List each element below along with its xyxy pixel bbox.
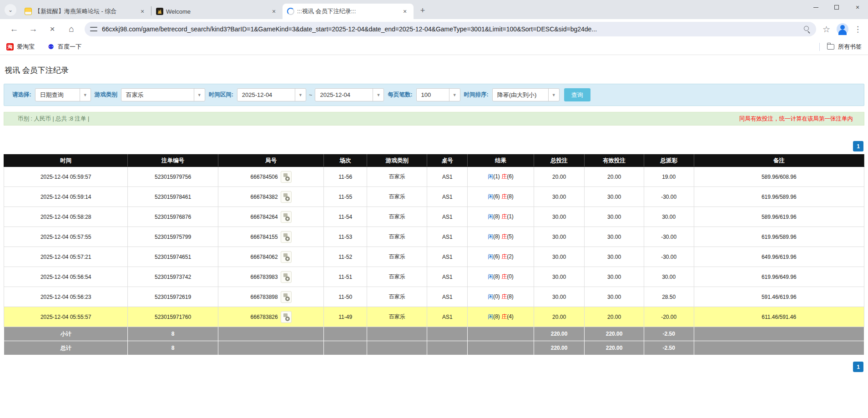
cell-time: 2025-12-04 05:57:21: [4, 247, 128, 267]
game-type-select[interactable]: 百家乐 ▼: [121, 88, 205, 101]
forward-icon[interactable]: →: [25, 21, 41, 37]
column-header: 时间: [4, 155, 128, 167]
tab-bet-record-active[interactable]: :::视讯 会员下注纪录::: ×: [283, 4, 414, 19]
summary-empty-cell: [218, 341, 324, 355]
summary-valid-bet: 220.00: [585, 327, 644, 341]
home-icon[interactable]: ⌂: [64, 21, 79, 37]
summary-total-bet: 220.00: [534, 327, 585, 341]
round-number: 666784506: [251, 174, 278, 180]
tab-welcome[interactable]: Welcome ×: [151, 4, 283, 19]
bookmark-star-icon[interactable]: ☆: [823, 24, 830, 35]
back-icon[interactable]: ←: [6, 21, 22, 37]
cell-time: 2025-12-04 05:59:14: [4, 187, 128, 207]
cell-bet-id: 523015974651: [128, 247, 218, 267]
result-banker-label: 庄: [501, 213, 507, 220]
bookmark-label: 百度一下: [58, 43, 81, 51]
tab-title: :::视讯 会员下注纪录:::: [297, 7, 398, 15]
cell-table-no: AS1: [427, 207, 468, 227]
cell-remark: 619.96/649.96: [694, 267, 864, 287]
minimize-button[interactable]: [805, 0, 826, 15]
round-number: 666784382: [251, 194, 278, 200]
cell-result: 闲(8) 庄(1): [468, 207, 534, 227]
tab-close-icon[interactable]: ×: [138, 7, 146, 15]
game-type-label: 游戏类别: [95, 91, 117, 99]
zoom-icon[interactable]: [803, 25, 811, 33]
chevron-down-icon[interactable]: ▼: [194, 89, 205, 101]
cell-valid-bet: 30.00: [585, 287, 644, 307]
sort-label: 时间排序:: [464, 91, 489, 99]
pagination-bottom: 1: [4, 362, 863, 372]
result-player-label: 闲: [488, 293, 493, 300]
replay-video-icon[interactable]: [281, 191, 292, 203]
summary-empty-cell: [367, 341, 427, 355]
bookmark-aitaobao[interactable]: 淘 爱淘宝: [6, 43, 35, 51]
tab-search-button[interactable]: ⌄: [5, 4, 16, 16]
cell-session: 11-51: [324, 267, 367, 287]
page-number-button[interactable]: 1: [853, 362, 863, 372]
date-start-input[interactable]: 2025-12-04 ▼: [237, 88, 306, 101]
replay-video-icon[interactable]: [281, 171, 292, 183]
bet-row: 2025-12-04 05:56:54523015973742666783983…: [4, 267, 864, 287]
result-player-label: 闲: [488, 193, 493, 200]
column-header: 游戏类别: [367, 155, 427, 167]
tab-close-icon[interactable]: ×: [401, 7, 409, 15]
sort-select[interactable]: 降幂(由大到小) ▼: [492, 88, 560, 101]
cell-session: 11-49: [324, 307, 367, 327]
replay-video-icon[interactable]: [281, 271, 292, 283]
bookmark-baidu[interactable]: ⚉ 百度一下: [47, 43, 81, 51]
stop-loading-icon[interactable]: ×: [45, 21, 60, 37]
replay-video-icon[interactable]: [281, 211, 292, 223]
search-button[interactable]: 查询: [564, 88, 590, 101]
valid-bet-note: 同局有效投注，统一计算在该局第一张注单内: [739, 115, 858, 123]
cell-table-no: AS1: [427, 167, 468, 187]
tab-forum[interactable]: 【新提醒】海燕策略论坛 - 综合 ×: [20, 4, 151, 19]
site-info-icon[interactable]: [90, 26, 97, 32]
cell-bet-id: 523015976876: [128, 207, 218, 227]
address-bar[interactable]: 66cxkj98.com/game/betrecord_search/kind3…: [85, 22, 816, 36]
cell-total-bet: 20.00: [534, 167, 585, 187]
result-player-label: 闲: [488, 273, 493, 280]
chevron-down-icon[interactable]: ▼: [548, 89, 559, 101]
cell-session: 11-52: [324, 247, 367, 267]
summary-label: 总计: [4, 341, 128, 355]
replay-video-icon[interactable]: [281, 311, 292, 323]
query-mode-select[interactable]: 日期查询 ▼: [35, 88, 91, 101]
chevron-down-icon[interactable]: ▼: [295, 89, 306, 101]
cell-total-bet: 20.00: [534, 307, 585, 327]
cell-valid-bet: 30.00: [585, 207, 644, 227]
date-end-input[interactable]: 2025-12-04 ▼: [315, 88, 384, 101]
replay-video-icon[interactable]: [281, 251, 292, 263]
tab-title: Welcome: [166, 8, 267, 15]
replay-video-icon[interactable]: [281, 291, 292, 303]
close-window-button[interactable]: ×: [847, 0, 868, 15]
replay-video-icon[interactable]: [281, 231, 292, 243]
new-tab-button[interactable]: +: [416, 4, 429, 17]
page-number-button[interactable]: 1: [853, 141, 863, 151]
cell-game-type: 百家乐: [367, 207, 427, 227]
chevron-down-icon[interactable]: ▼: [80, 89, 91, 101]
url-text[interactable]: 66cxkj98.com/game/betrecord_search/kind3…: [102, 25, 800, 33]
column-header: 有效投注: [585, 155, 644, 167]
cell-valid-bet: 20.00: [585, 167, 644, 187]
cell-result: 闲(6) 庄(8): [468, 187, 534, 207]
cell-total-bet: 30.00: [534, 207, 585, 227]
cell-bet-id: 523015978461: [128, 187, 218, 207]
maximize-button[interactable]: [826, 0, 847, 15]
round-number: 666784062: [251, 254, 278, 260]
cell-remark: 619.96/589.96: [694, 227, 864, 247]
chevron-down-icon[interactable]: ▼: [449, 89, 460, 101]
browser-toolbar: ← → × ⌂ 66cxkj98.com/game/betrecord_sear…: [0, 19, 868, 39]
tab-close-icon[interactable]: ×: [270, 7, 278, 15]
per-page-select[interactable]: 100 ▼: [416, 88, 460, 101]
menu-dots-icon[interactable]: ⋮: [854, 25, 862, 34]
result-banker-label: 庄: [501, 233, 507, 240]
result-banker-label: 庄: [501, 193, 507, 200]
cell-valid-bet: 30.00: [585, 187, 644, 207]
cell-payout: 30.00: [644, 267, 694, 287]
cell-result: 闲(0) 庄(8): [468, 287, 534, 307]
cell-payout: -20.00: [644, 307, 694, 327]
all-bookmarks-button[interactable]: 所有书签: [819, 43, 862, 51]
cell-payout: -30.00: [644, 247, 694, 267]
chevron-down-icon[interactable]: ▼: [373, 89, 384, 101]
profile-avatar[interactable]: [837, 23, 848, 35]
